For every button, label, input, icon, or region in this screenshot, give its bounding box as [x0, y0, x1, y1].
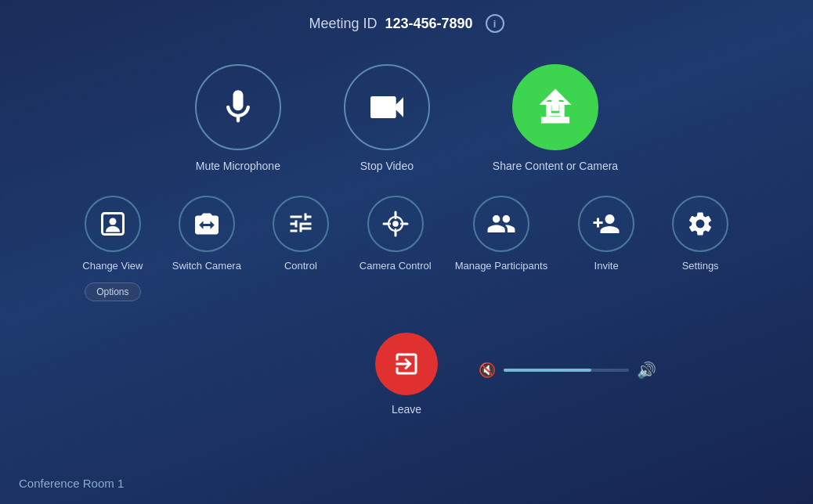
meeting-id-value: 123-456-7890 [385, 16, 472, 32]
group-icon [486, 209, 516, 239]
leave-icon [392, 350, 421, 378]
switch-camera-icon [193, 210, 221, 238]
mute-microphone-label: Mute Microphone [196, 160, 280, 172]
change-view-label: Change View [82, 260, 143, 272]
share-content-button[interactable] [512, 64, 598, 150]
gear-icon [686, 210, 714, 238]
room-label: Conference Room 1 [19, 477, 124, 490]
manage-participants-button[interactable] [473, 196, 529, 252]
bottom-row: Leave 🔇 🔊 [0, 309, 813, 423]
camera-control-label: Camera Control [360, 260, 432, 272]
change-view-item[interactable]: Change View Options [78, 196, 148, 301]
switch-camera-button[interactable] [179, 196, 235, 252]
microphone-icon [218, 87, 258, 128]
manage-participants-label: Manage Participants [455, 260, 548, 272]
mute-microphone-control[interactable]: Mute Microphone [195, 64, 281, 172]
leave-button[interactable] [375, 333, 438, 395]
camera-control-item[interactable]: Camera Control [360, 196, 432, 272]
sliders-icon [287, 210, 315, 238]
stop-video-control[interactable]: Stop Video [344, 64, 430, 172]
invite-label: Invite [594, 260, 619, 272]
share-content-label: Share Content or Camera [493, 160, 618, 172]
info-icon[interactable]: i [486, 14, 504, 33]
svg-point-2 [109, 218, 116, 225]
joystick-icon [381, 210, 410, 238]
camera-control-button[interactable] [367, 196, 424, 252]
volume-control[interactable]: 🔇 🔊 [479, 361, 656, 380]
camera-icon [365, 85, 409, 129]
invite-item[interactable]: Invite [571, 196, 641, 272]
control-label: Control [284, 260, 317, 272]
options-button[interactable]: Options [85, 283, 140, 301]
leave-label: Leave [392, 403, 421, 416]
control-button[interactable] [273, 196, 329, 252]
change-view-button[interactable] [85, 196, 141, 252]
main-controls: Mute Microphone Stop Video Share Content… [0, 41, 813, 188]
volume-low-icon: 🔇 [479, 362, 496, 379]
settings-item[interactable]: Settings [665, 196, 735, 272]
settings-button[interactable] [672, 196, 728, 252]
share-content-control[interactable]: Share Content or Camera [493, 64, 618, 172]
person-add-icon [592, 210, 620, 238]
volume-high-icon: 🔊 [637, 361, 656, 380]
header: Meeting ID 123-456-7890 i [0, 0, 813, 41]
control-item[interactable]: Control [266, 196, 336, 272]
svg-point-3 [393, 221, 398, 226]
leave-button-wrap[interactable]: Leave [375, 333, 438, 416]
share-icon [533, 85, 577, 129]
volume-slider-track[interactable] [504, 369, 629, 372]
switch-camera-label: Switch Camera [172, 260, 241, 272]
stop-video-button[interactable] [344, 64, 430, 150]
settings-label: Settings [682, 260, 719, 272]
person-square-icon [99, 210, 127, 238]
secondary-controls: Change View Options Switch Camera Contro… [0, 188, 813, 309]
volume-slider-fill [504, 369, 591, 372]
manage-participants-item[interactable]: Manage Participants [455, 196, 548, 272]
mute-microphone-button[interactable] [195, 64, 281, 150]
invite-button[interactable] [578, 196, 634, 252]
stop-video-label: Stop Video [360, 160, 414, 172]
meeting-id-label: Meeting ID [309, 16, 377, 32]
switch-camera-item[interactable]: Switch Camera [172, 196, 242, 272]
